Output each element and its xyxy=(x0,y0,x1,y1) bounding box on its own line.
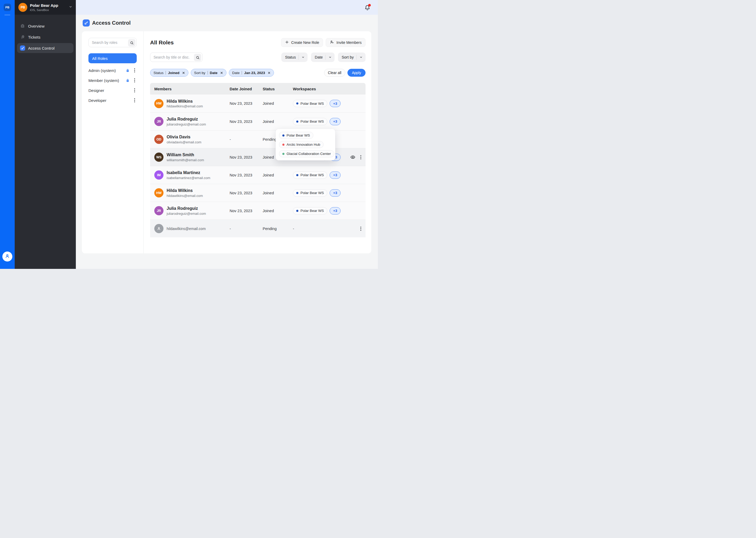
close-icon[interactable] xyxy=(182,72,185,74)
role-item-designer[interactable]: Designer xyxy=(88,85,137,95)
table-row[interactable]: HWHilda Wilkinshildawilkins@email.comNov… xyxy=(150,94,365,112)
workspace-name: Polar Bear WS xyxy=(301,120,324,124)
workspaces-cell: Polar Bear WS+3 xyxy=(293,172,345,179)
filter-chip-date[interactable]: DateJan 23, 2023 xyxy=(229,69,274,77)
table-row[interactable]: HWHilda Wilkinshildawilkins@email.comNov… xyxy=(150,184,365,202)
user-avatar-button[interactable] xyxy=(2,251,12,261)
extra-workspaces-badge[interactable]: +3 xyxy=(330,172,341,179)
sidebar-item-overview[interactable]: Overview xyxy=(17,21,73,31)
search-icon[interactable] xyxy=(128,39,135,46)
key-icon xyxy=(20,45,25,51)
all-roles-button[interactable]: All Roles xyxy=(88,53,137,63)
workspace-name: Polar Bear WS xyxy=(301,102,324,106)
workspace-name: Polar Bear WS xyxy=(287,134,310,137)
table-row[interactable]: hildawilkins@email.com-Pending- xyxy=(150,220,365,237)
member-info: Isabella Martinezisabellamartinez@email.… xyxy=(166,170,210,180)
workspace-chip: Polar Bear WS xyxy=(293,118,327,125)
member-name: Isabella Martinez xyxy=(166,170,210,175)
member-email: juliarodreguiz@email.com xyxy=(166,122,206,126)
member-cell: HWHilda Wilkinshildawilkins@email.com xyxy=(154,99,230,108)
app-subtitle: iOS, SandBox xyxy=(30,8,69,12)
section-title: All Roles xyxy=(150,39,281,46)
extra-workspaces-badge[interactable]: +3 xyxy=(330,189,341,197)
filter-chip-status[interactable]: StatusJoined xyxy=(150,69,188,77)
extra-workspaces-badge[interactable]: +3 xyxy=(330,207,341,215)
workspace-chip: Polar Bear WS xyxy=(293,100,327,107)
member-info: Hilda Wilkinshildawilkins@email.com xyxy=(166,99,203,108)
avatar: IM xyxy=(154,170,164,180)
extra-workspaces-badge[interactable]: +3 xyxy=(330,100,341,107)
workspace-badge[interactable]: PB xyxy=(4,4,11,11)
workspaces-cell: - xyxy=(293,227,345,231)
kebab-menu-icon[interactable] xyxy=(132,78,137,83)
workspaces-cell: Polar Bear WS+3 xyxy=(293,100,345,107)
kebab-menu-icon[interactable] xyxy=(360,155,361,159)
dropdown-status[interactable]: Status xyxy=(281,53,307,62)
member-email: hildawilkins@email.com xyxy=(166,104,203,108)
roles-panel: All Roles Admin (system)Member (system)D… xyxy=(82,31,144,253)
dropdown-label: Status xyxy=(285,55,296,59)
filter-chip-sort-by[interactable]: Sort byDate xyxy=(191,69,226,77)
lock-icon xyxy=(125,68,130,73)
eye-icon[interactable] xyxy=(350,154,355,160)
role-item-member-system[interactable]: Member (system) xyxy=(88,75,137,85)
workspace-name: Polar Bear WS xyxy=(301,191,324,195)
table-body: HWHilda Wilkinshildawilkins@email.comNov… xyxy=(150,94,365,237)
apply-button[interactable]: Apply xyxy=(348,69,365,77)
sidebar-item-label: Overview xyxy=(28,24,45,28)
member-cell: JRJulia Rodreguizjuliarodreguiz@email.co… xyxy=(154,117,230,126)
invite-members-button[interactable]: Invite Members xyxy=(326,38,365,47)
chip-value: Date xyxy=(210,71,217,75)
status-cell: Joined xyxy=(263,101,293,106)
dropdown-divider xyxy=(325,55,326,60)
member-name: Hilda Wilkins xyxy=(166,188,203,193)
chip-label: Sort by xyxy=(194,71,206,75)
kebab-menu-icon[interactable] xyxy=(360,227,361,231)
table-row[interactable]: IMIsabella Martinezisabellamartinez@emai… xyxy=(150,166,365,184)
member-info: William Smithwilliamsmith@email.com xyxy=(166,152,204,162)
kebab-menu-icon[interactable] xyxy=(132,88,137,93)
member-cell: ODOlivia Davisoliviadavis@email.com xyxy=(154,134,230,144)
member-cell: hildawilkins@email.com xyxy=(154,224,230,233)
role-label: Designer xyxy=(88,88,132,93)
workspace-chip: Polar Bear WS xyxy=(293,189,327,197)
role-label: Admin (system) xyxy=(88,68,125,73)
chip-value: Joined xyxy=(168,71,179,75)
chip-value: Jan 23, 2023 xyxy=(244,71,265,75)
member-info: hildawilkins@email.com xyxy=(166,227,206,231)
member-info: Hilda Wilkinshildawilkins@email.com xyxy=(166,188,203,197)
role-item-developer[interactable]: Developer xyxy=(88,95,137,105)
table-row[interactable]: JRJulia Rodreguizjuliarodreguiz@email.co… xyxy=(150,112,365,130)
create-new-role-button[interactable]: Create New Role xyxy=(281,38,323,47)
kebab-menu-icon[interactable] xyxy=(132,98,137,103)
chevron-down-icon xyxy=(301,55,305,59)
extra-workspaces-badge[interactable]: +3 xyxy=(330,118,341,125)
sidebar-item-tickets[interactable]: Tickets xyxy=(17,32,73,42)
role-item-admin-system[interactable]: Admin (system) xyxy=(88,65,137,75)
member-email: juliarodreguiz@email.com xyxy=(166,212,206,216)
sidebar-item-access-control[interactable]: Access Control xyxy=(17,43,73,53)
clear-all-button[interactable]: Clear all xyxy=(324,69,345,77)
column-header-status: Status xyxy=(263,87,293,91)
dropdown-date[interactable]: Date xyxy=(311,53,335,62)
member-info: Julia Rodreguizjuliarodreguiz@email.com xyxy=(166,117,206,126)
table-row[interactable]: JRJulia Rodreguizjuliarodreguiz@email.co… xyxy=(150,202,365,220)
top-bar xyxy=(76,0,378,15)
search-icon[interactable] xyxy=(194,54,201,61)
workspace-dot-icon xyxy=(296,174,298,176)
date-joined-cell: Nov 23, 2023 xyxy=(230,191,263,195)
close-icon[interactable] xyxy=(220,72,223,74)
member-email: hildawilkins@email.com xyxy=(166,194,203,198)
app-root: PB PB Polar Bear App iOS, SandBox Overvi… xyxy=(0,0,378,269)
member-email: oliviadavis@email.com xyxy=(166,140,201,144)
kebab-menu-icon[interactable] xyxy=(132,68,137,73)
notifications-bell-icon[interactable] xyxy=(364,4,370,11)
close-icon[interactable] xyxy=(268,72,270,74)
app-switcher[interactable]: PB Polar Bear App iOS, SandBox xyxy=(15,0,76,15)
app-name: Polar Bear App xyxy=(30,3,69,8)
key-icon xyxy=(83,20,90,27)
workspaces-cell: Polar Bear WS+3 xyxy=(293,189,345,197)
dropdown-sort-by[interactable]: Sort by xyxy=(338,53,365,62)
chevron-down-icon[interactable] xyxy=(69,5,73,10)
chevron-down-icon xyxy=(328,55,332,59)
